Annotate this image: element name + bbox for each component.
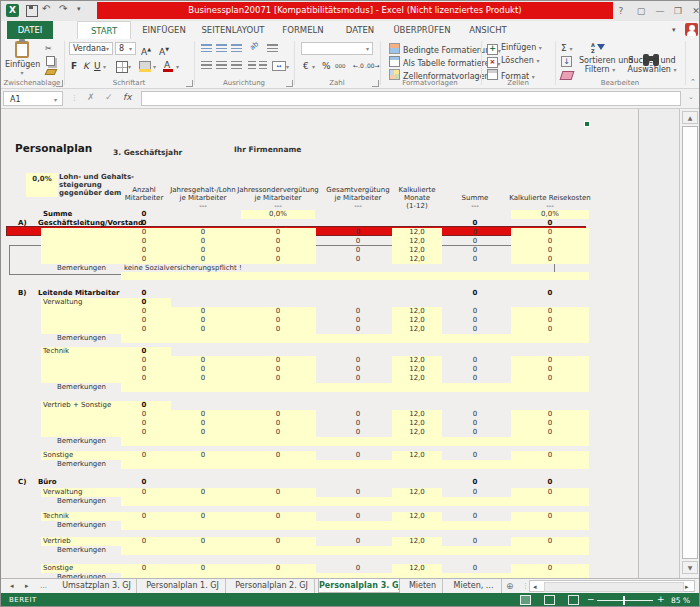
user-avatar[interactable] — [685, 23, 698, 36]
remark-label[interactable]: Bemerkungen — [57, 460, 106, 469]
name-box-dropdown-icon[interactable]: ▾ — [54, 92, 57, 107]
cell-summe[interactable]: 0 — [446, 219, 504, 228]
cell-summe[interactable]: 0 — [446, 564, 504, 573]
cell-gesamt[interactable]: 0 — [327, 307, 389, 316]
row-label[interactable]: Sonstige — [43, 451, 73, 460]
bold-button[interactable]: F — [71, 60, 77, 72]
align-left-icon[interactable] — [201, 61, 212, 69]
decrease-decimal-icon[interactable]: .00→ — [365, 62, 380, 69]
scroll-up-icon[interactable]: ▲ — [682, 111, 698, 124]
cell-gehalt[interactable]: 0 — [172, 237, 234, 246]
ribbon-dropdown-icon[interactable]: ▾ — [672, 24, 676, 36]
cell-gesamt[interactable]: 0 — [327, 564, 389, 573]
cell-gesamt[interactable]: 0 — [327, 512, 389, 521]
cell-monate[interactable]: 12,0 — [392, 246, 442, 255]
cell-gehalt[interactable]: 0 — [172, 246, 234, 255]
sheet-tab-personalplan-2-gj[interactable]: Personalplan 2. GJ — [229, 579, 315, 593]
align-middle-icon[interactable] — [216, 44, 227, 52]
remark-label[interactable]: Bemerkungen — [57, 383, 106, 392]
grow-font-button[interactable]: A▲ — [141, 43, 151, 58]
cell-anzahl[interactable]: 0 — [121, 237, 167, 246]
autosum-button[interactable]: Σ ▾ — [561, 42, 573, 55]
cell-monate[interactable]: 12,0 — [392, 374, 442, 383]
hscroll-right-icon[interactable]: ▸ — [685, 582, 689, 593]
cell-gehalt[interactable]: 0 — [172, 564, 234, 573]
remark-label[interactable]: Bemerkungen — [57, 334, 106, 343]
cell-sonder[interactable]: 0 — [241, 410, 315, 419]
cell-monate[interactable]: 12,0 — [392, 237, 442, 246]
cell-reise[interactable]: 0 — [511, 451, 589, 460]
tabs-overflow-icon[interactable]: … — [40, 581, 47, 592]
italic-button[interactable]: K — [83, 60, 89, 72]
normal-view-icon[interactable] — [520, 595, 531, 605]
insert-function-icon[interactable]: fx — [123, 92, 132, 102]
merge-center-icon[interactable]: ↔ — [272, 61, 286, 71]
cell-summe[interactable]: 0 — [446, 451, 504, 460]
cell-monate[interactable]: 12,0 — [392, 356, 442, 365]
cell-reise[interactable]: 0 — [511, 512, 589, 521]
cell-reise[interactable]: 0 — [511, 246, 589, 255]
tabs-scroll-right-icon[interactable]: ▸ — [25, 581, 29, 592]
cell-summe[interactable]: 0 — [446, 365, 504, 374]
comma-style-button[interactable]: 000 — [335, 63, 346, 69]
cell-gehalt[interactable]: 0 — [172, 410, 234, 419]
zoom-slider-track[interactable] — [597, 600, 653, 601]
highlight-band[interactable] — [121, 383, 589, 392]
help-button[interactable]: ? — [613, 4, 629, 18]
cell-gesamt[interactable]: 0 — [327, 410, 389, 419]
row-label[interactable]: Büro — [38, 478, 57, 487]
cell-gesamt[interactable]: 0 — [327, 237, 389, 246]
collapse-ribbon-icon[interactable]: ⌃ — [690, 78, 696, 86]
cell-gehalt[interactable]: 0 — [172, 307, 234, 316]
copy-icon[interactable] — [46, 56, 55, 66]
cell-monate[interactable]: 12,0 — [392, 307, 442, 316]
cell-reise[interactable]: 0 — [511, 374, 589, 383]
increase-decimal-icon[interactable]: ←.0 — [353, 62, 364, 69]
restore-button[interactable]: ❐ — [670, 4, 686, 18]
cell-reise[interactable]: 0 — [511, 365, 589, 374]
clear-button[interactable] — [560, 71, 575, 80]
cell-gesamt[interactable]: 0 — [327, 255, 389, 264]
cell-gehalt[interactable]: 0 — [172, 428, 234, 437]
sheet-tab-mieten[interactable]: Mieten — [403, 579, 443, 593]
cell-gesamt[interactable]: 0 — [327, 228, 389, 237]
enter-formula-icon[interactable]: ✓ — [105, 92, 113, 102]
cell-gehalt[interactable]: 0 — [172, 451, 234, 460]
insert-cells-button[interactable]: +Einfügen ▾ — [487, 43, 542, 55]
cell-monate[interactable]: 12,0 — [392, 451, 442, 460]
align-bottom-icon[interactable] — [231, 44, 242, 52]
cell-gesamt[interactable]: 0 — [327, 365, 389, 374]
cell-sonder[interactable]: 0 — [241, 237, 315, 246]
cell-anzahl[interactable]: 0 — [121, 488, 167, 497]
scroll-down-icon[interactable]: ▼ — [682, 561, 698, 574]
cell-summe[interactable]: 0 — [446, 428, 504, 437]
cell-monate[interactable]: 12,0 — [392, 564, 442, 573]
cell-reise[interactable]: 0 — [511, 237, 589, 246]
merge-dropdown-icon[interactable]: ▾ — [286, 63, 289, 70]
cell-summe[interactable]: 0 — [446, 419, 504, 428]
cell-gehalt[interactable]: 0 — [172, 537, 234, 546]
cell-gesamt[interactable]: 0 — [327, 325, 389, 334]
alignment-dialog-launcher-icon[interactable] — [286, 80, 293, 87]
fill-color-dropdown-icon[interactable]: ▾ — [153, 63, 156, 70]
cell-summe[interactable]: 0 — [446, 237, 504, 246]
ribbon-options-button[interactable]: ▢ — [633, 4, 649, 18]
redo-button[interactable]: ↷ — [59, 3, 67, 15]
undo-button[interactable]: ↶ — [42, 3, 50, 15]
cell-gehalt[interactable]: 0 — [172, 325, 234, 334]
cell-reise[interactable]: 0 — [511, 289, 589, 298]
cell-sonder[interactable]: 0 — [241, 325, 315, 334]
percent-style-button[interactable]: % — [322, 60, 331, 72]
cell-reise[interactable]: 0 — [511, 219, 589, 228]
cell-anzahl[interactable]: 0 — [121, 307, 167, 316]
menu-tab-daten[interactable]: DATEN — [346, 21, 374, 39]
font-name-select[interactable]: Verdana▾ — [69, 42, 113, 55]
new-sheet-button[interactable]: ⊕ — [506, 581, 514, 592]
accounting-dropdown-icon[interactable]: ▾ — [312, 63, 315, 70]
cell-gesamt[interactable]: 0 — [327, 246, 389, 255]
find-select-button[interactable]: Suchen und Auswählen ▾ — [627, 56, 677, 74]
highlight-band[interactable] — [121, 272, 589, 280]
cell-reise[interactable]: 0 — [511, 478, 589, 487]
cell-reise[interactable]: 0 — [511, 410, 589, 419]
highlight-band[interactable] — [121, 460, 589, 469]
